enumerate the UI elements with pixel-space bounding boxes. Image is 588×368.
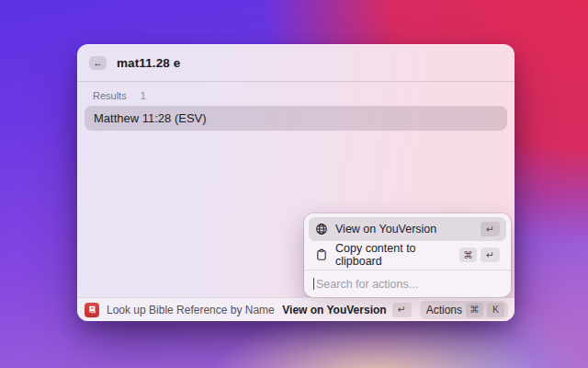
command-key-icon: ⌘ (466, 303, 483, 317)
actions-button[interactable]: Actions ⌘ K (420, 301, 508, 319)
bible-app-icon (85, 303, 99, 317)
search-input[interactable]: mat11.28 e (117, 56, 180, 70)
launcher-window: ← mat11.28 e Results1 Matthew 11:28 (ESV… (77, 44, 514, 321)
result-row[interactable]: Matthew 11:28 (ESV) (85, 106, 507, 131)
desktop-background: ← mat11.28 e Results1 Matthew 11:28 (ESV… (0, 0, 588, 368)
arrow-left-icon: ← (93, 58, 103, 68)
k-key-icon: K (487, 303, 504, 317)
command-title: Look up Bible Reference by Name (107, 304, 275, 316)
status-bar: Look up Bible Reference by Name View on … (77, 297, 514, 321)
results-label: Results (93, 90, 127, 101)
action-item-view-on-youversion[interactable]: View on YouVersion ↵ (309, 217, 506, 241)
return-key-icon: ↵ (392, 303, 412, 317)
text-caret (313, 278, 314, 290)
command-key-icon: ⌘ (459, 247, 477, 262)
actions-search-input[interactable]: Search for actions... (304, 270, 511, 297)
primary-action-button[interactable]: View on YouVersion (282, 304, 386, 316)
results-count: 1 (141, 90, 146, 101)
return-key-icon: ↵ (481, 247, 500, 262)
globe-icon (315, 223, 328, 236)
clipboard-icon (315, 248, 328, 261)
action-label: Copy content to clipboard (335, 242, 452, 268)
back-button[interactable]: ← (89, 56, 107, 70)
actions-popover: View on YouVersion ↵ Copy content to cli… (304, 213, 511, 297)
result-title: Matthew 11:28 (ESV) (94, 111, 207, 125)
action-label: View on YouVersion (335, 223, 436, 236)
actions-search-placeholder: Search for actions... (316, 278, 418, 291)
return-key-icon: ↵ (481, 222, 500, 236)
search-bar: ← mat11.28 e (77, 44, 514, 82)
action-item-copy-content[interactable]: Copy content to clipboard ⌘ ↵ (309, 243, 506, 267)
results-section-header: Results1 (77, 82, 514, 106)
actions-button-label: Actions (426, 304, 462, 316)
